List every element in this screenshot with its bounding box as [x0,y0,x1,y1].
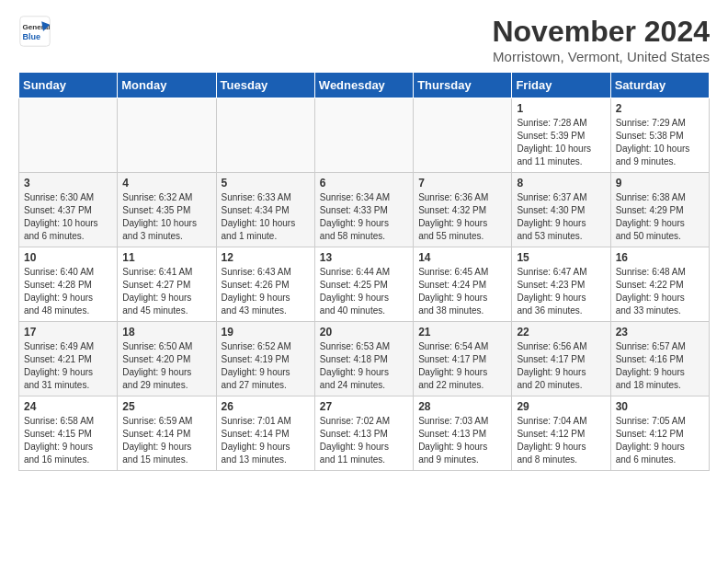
day-number: 29 [517,400,605,413]
day-info: Sunrise: 6:37 AM Sunset: 4:30 PM Dayligh… [517,191,605,243]
calendar-cell [118,98,216,173]
day-info: Sunrise: 6:58 AM Sunset: 4:15 PM Dayligh… [24,415,112,466]
day-number: 17 [24,326,112,339]
calendar-cell [216,98,314,173]
calendar-cell: 10Sunrise: 6:40 AM Sunset: 4:28 PM Dayli… [19,247,118,322]
day-number: 9 [616,177,704,190]
day-info: Sunrise: 6:41 AM Sunset: 4:27 PM Dayligh… [122,266,210,317]
logo: General Blue [18,15,51,48]
day-info: Sunrise: 7:28 AM Sunset: 5:39 PM Dayligh… [517,117,605,168]
day-info: Sunrise: 6:33 AM Sunset: 4:34 PM Dayligh… [222,191,310,243]
day-number: 27 [320,400,408,413]
day-number: 16 [616,251,704,264]
day-number: 22 [517,326,605,339]
calendar-cell: 16Sunrise: 6:48 AM Sunset: 4:22 PM Dayli… [610,247,709,322]
day-info: Sunrise: 7:01 AM Sunset: 4:14 PM Dayligh… [222,415,310,466]
calendar-cell: 28Sunrise: 7:03 AM Sunset: 4:13 PM Dayli… [414,396,512,471]
calendar-week-3: 10Sunrise: 6:40 AM Sunset: 4:28 PM Dayli… [19,247,710,322]
day-number: 10 [24,251,112,264]
calendar-cell: 22Sunrise: 6:56 AM Sunset: 4:17 PM Dayli… [512,322,610,396]
day-info: Sunrise: 6:40 AM Sunset: 4:28 PM Dayligh… [24,266,112,317]
day-info: Sunrise: 6:54 AM Sunset: 4:17 PM Dayligh… [418,340,506,392]
day-number: 5 [222,177,310,190]
day-number: 24 [24,400,112,413]
day-number: 6 [320,177,408,190]
calendar-cell: 29Sunrise: 7:04 AM Sunset: 4:12 PM Dayli… [512,396,610,471]
day-info: Sunrise: 6:32 AM Sunset: 4:35 PM Dayligh… [122,191,210,243]
day-info: Sunrise: 6:59 AM Sunset: 4:14 PM Dayligh… [122,415,210,466]
day-number: 21 [418,326,506,339]
day-number: 30 [616,400,704,413]
weekday-header-monday: Monday [118,73,216,98]
day-number: 26 [222,400,310,413]
calendar-cell: 30Sunrise: 7:05 AM Sunset: 4:12 PM Dayli… [610,396,709,471]
weekday-header-row: SundayMondayTuesdayWednesdayThursdayFrid… [19,73,710,98]
day-info: Sunrise: 6:34 AM Sunset: 4:33 PM Dayligh… [320,191,408,243]
calendar-cell: 1Sunrise: 7:28 AM Sunset: 5:39 PM Daylig… [512,98,610,173]
day-number: 3 [24,177,112,190]
calendar-cell [314,98,413,173]
calendar-cell: 21Sunrise: 6:54 AM Sunset: 4:17 PM Dayli… [414,322,512,396]
weekday-header-friday: Friday [512,73,610,98]
day-info: Sunrise: 6:57 AM Sunset: 4:16 PM Dayligh… [616,340,704,392]
day-number: 13 [320,251,408,264]
day-number: 7 [418,177,506,190]
page-header: General Blue November 2024 Morristown, V… [18,15,710,64]
calendar-cell: 5Sunrise: 6:33 AM Sunset: 4:34 PM Daylig… [216,173,314,247]
day-number: 25 [122,400,210,413]
weekday-header-saturday: Saturday [610,73,709,98]
day-info: Sunrise: 7:03 AM Sunset: 4:13 PM Dayligh… [418,415,506,466]
calendar-cell: 2Sunrise: 7:29 AM Sunset: 5:38 PM Daylig… [610,98,709,173]
calendar-cell: 26Sunrise: 7:01 AM Sunset: 4:14 PM Dayli… [216,396,314,471]
calendar-cell: 4Sunrise: 6:32 AM Sunset: 4:35 PM Daylig… [118,173,216,247]
day-info: Sunrise: 6:50 AM Sunset: 4:20 PM Dayligh… [122,340,210,392]
calendar-week-2: 3Sunrise: 6:30 AM Sunset: 4:37 PM Daylig… [19,173,710,247]
calendar-table: SundayMondayTuesdayWednesdayThursdayFrid… [18,72,710,471]
day-number: 20 [320,326,408,339]
calendar-week-5: 24Sunrise: 6:58 AM Sunset: 4:15 PM Dayli… [19,396,710,471]
day-info: Sunrise: 6:43 AM Sunset: 4:26 PM Dayligh… [222,266,310,317]
calendar-cell: 15Sunrise: 6:47 AM Sunset: 4:23 PM Dayli… [512,247,610,322]
calendar-cell: 17Sunrise: 6:49 AM Sunset: 4:21 PM Dayli… [19,322,118,396]
location-title: Morristown, Vermont, United States [492,49,710,64]
weekday-header-sunday: Sunday [19,73,118,98]
day-number: 2 [616,102,704,115]
day-number: 12 [222,251,310,264]
day-info: Sunrise: 6:56 AM Sunset: 4:17 PM Dayligh… [517,340,605,392]
logo-icon: General Blue [18,15,51,48]
day-number: 15 [517,251,605,264]
day-number: 19 [222,326,310,339]
calendar-cell: 18Sunrise: 6:50 AM Sunset: 4:20 PM Dayli… [118,322,216,396]
day-info: Sunrise: 7:29 AM Sunset: 5:38 PM Dayligh… [616,117,704,168]
day-number: 1 [517,102,605,115]
calendar-cell: 27Sunrise: 7:02 AM Sunset: 4:13 PM Dayli… [314,396,413,471]
weekday-header-thursday: Thursday [414,73,512,98]
calendar-cell: 20Sunrise: 6:53 AM Sunset: 4:18 PM Dayli… [314,322,413,396]
calendar-cell: 8Sunrise: 6:37 AM Sunset: 4:30 PM Daylig… [512,173,610,247]
day-number: 23 [616,326,704,339]
calendar-cell: 3Sunrise: 6:30 AM Sunset: 4:37 PM Daylig… [19,173,118,247]
calendar-week-1: 1Sunrise: 7:28 AM Sunset: 5:39 PM Daylig… [19,98,710,173]
day-info: Sunrise: 7:04 AM Sunset: 4:12 PM Dayligh… [517,415,605,466]
day-number: 28 [418,400,506,413]
day-info: Sunrise: 6:48 AM Sunset: 4:22 PM Dayligh… [616,266,704,317]
day-info: Sunrise: 6:38 AM Sunset: 4:29 PM Dayligh… [616,191,704,243]
weekday-header-tuesday: Tuesday [216,73,314,98]
day-info: Sunrise: 6:52 AM Sunset: 4:19 PM Dayligh… [222,340,310,392]
day-number: 14 [418,251,506,264]
calendar-week-4: 17Sunrise: 6:49 AM Sunset: 4:21 PM Dayli… [19,322,710,396]
calendar-cell: 11Sunrise: 6:41 AM Sunset: 4:27 PM Dayli… [118,247,216,322]
calendar-cell [19,98,118,173]
calendar-cell: 7Sunrise: 6:36 AM Sunset: 4:32 PM Daylig… [414,173,512,247]
calendar-cell: 19Sunrise: 6:52 AM Sunset: 4:19 PM Dayli… [216,322,314,396]
calendar-cell: 23Sunrise: 6:57 AM Sunset: 4:16 PM Dayli… [610,322,709,396]
day-number: 4 [122,177,210,190]
day-info: Sunrise: 7:02 AM Sunset: 4:13 PM Dayligh… [320,415,408,466]
day-info: Sunrise: 6:49 AM Sunset: 4:21 PM Dayligh… [24,340,112,392]
day-info: Sunrise: 6:53 AM Sunset: 4:18 PM Dayligh… [320,340,408,392]
calendar-cell: 24Sunrise: 6:58 AM Sunset: 4:15 PM Dayli… [19,396,118,471]
calendar-cell: 9Sunrise: 6:38 AM Sunset: 4:29 PM Daylig… [610,173,709,247]
day-number: 11 [122,251,210,264]
calendar-cell [414,98,512,173]
day-info: Sunrise: 7:05 AM Sunset: 4:12 PM Dayligh… [616,415,704,466]
